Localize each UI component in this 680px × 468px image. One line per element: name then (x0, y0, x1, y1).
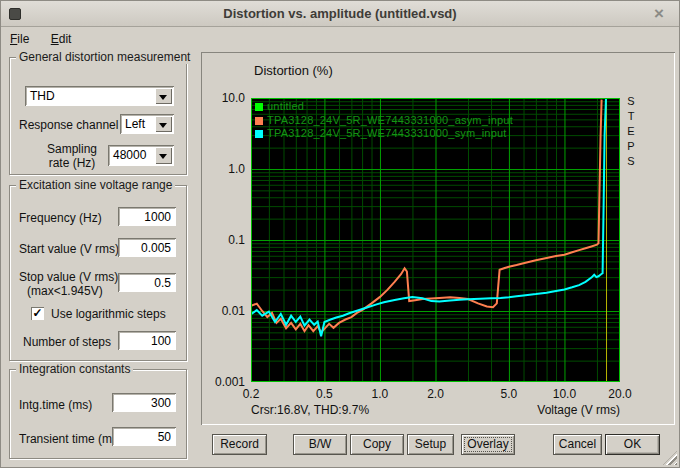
dialog-window: Distortion vs. amplitude (untitled.vsd) … (0, 0, 680, 468)
legend-item: TPA3128_24V_5R_WE7443331000_sym_input (255, 127, 513, 141)
distortion-plot[interactable] (251, 98, 620, 382)
window-title: Distortion vs. amplitude (untitled.vsd) (1, 6, 679, 21)
response-channel-select[interactable]: Left (120, 114, 174, 134)
dropdown-button[interactable] (155, 147, 172, 164)
x-axis-label: Voltage (V rms) (490, 403, 620, 417)
group-excitation-legend: Excitation sine voltage range (16, 178, 175, 192)
group-general-legend: General distortion measurement (16, 50, 193, 64)
chevron-down-icon (159, 123, 167, 132)
intg-time-label: Intg.time (ms) (19, 398, 92, 412)
number-of-steps-input[interactable] (118, 331, 176, 350)
frequency-input[interactable] (118, 207, 176, 226)
y-tick-label: 0.1 (205, 233, 245, 247)
chart-legend: untitledTPA3128_24V_5R_WE7443331000_asym… (255, 100, 513, 141)
measurement-type-value: THD (30, 89, 55, 103)
y-tick-label: 0.01 (205, 304, 245, 318)
stop-value-sublabel: (max<1.945V) (27, 284, 103, 298)
frequency-label: Frequency (Hz) (19, 211, 102, 225)
copy-button[interactable]: Copy (350, 434, 404, 455)
x-tick-label: 10.0 (542, 387, 586, 401)
menu-file[interactable]: File (1, 27, 38, 46)
setup-button[interactable]: Setup (407, 434, 454, 455)
record-button[interactable]: Record (212, 434, 267, 455)
legend-label: TPA3128_24V_5R_WE7443331000_asym_input (267, 114, 513, 126)
response-channel-value: Left (125, 117, 145, 131)
group-integration-constants: Integration constants Intg.time (ms) Tra… (9, 369, 187, 459)
resize-grip[interactable] (663, 451, 677, 465)
number-of-steps-label: Number of steps (23, 335, 111, 349)
chart-panel: Distortion (%) 10.01.00.10.010.001 0.20.… (201, 52, 675, 425)
legend-label: untitled (267, 100, 304, 112)
stop-value-label: Stop value (V rms) (19, 270, 118, 284)
legend-item: untitled (255, 100, 513, 114)
start-value-label: Start value (V rms) (19, 242, 119, 256)
overlay-button[interactable]: Overlay (461, 434, 515, 455)
dropdown-button[interactable] (155, 116, 172, 132)
group-excitation-range: Excitation sine voltage range Frequency … (9, 185, 187, 361)
sampling-rate-select[interactable]: 48000 (108, 145, 174, 166)
chevron-down-icon (159, 95, 167, 104)
x-tick-label: 2.0 (414, 387, 458, 401)
group-integration-legend: Integration constants (16, 362, 133, 376)
measurement-type-select[interactable]: THD (25, 86, 174, 106)
cursor-readout: Crsr:16.8V, THD:9.7% (251, 403, 369, 417)
legend-swatch-icon (255, 130, 263, 138)
legend-swatch-icon (255, 103, 263, 111)
title-bar[interactable]: Distortion vs. amplitude (untitled.vsd) … (1, 1, 679, 27)
use-log-steps-label: Use logarithmic steps (51, 307, 166, 321)
y-tick-label: 1.0 (205, 162, 245, 176)
x-tick-label: 1.0 (358, 387, 402, 401)
x-tick-label: 0.2 (229, 387, 273, 401)
group-general-distortion: General distortion measurement THD Respo… (9, 57, 187, 175)
close-icon[interactable]: × (649, 4, 669, 24)
x-tick-label: 5.0 (487, 387, 531, 401)
response-channel-label: Response channel (19, 118, 118, 132)
intg-time-input[interactable] (112, 393, 176, 412)
transient-time-label: Transient time (ms) (19, 432, 122, 446)
ok-button[interactable]: OK (605, 434, 660, 455)
stop-value-input[interactable] (118, 273, 176, 292)
sampling-rate-value: 48000 (113, 148, 146, 162)
start-value-input[interactable] (118, 238, 176, 257)
legend-swatch-icon (255, 117, 263, 125)
x-tick-label: 20.0 (598, 387, 642, 401)
steps-side-label: STEPS (625, 95, 637, 170)
legend-item: TPA3128_24V_5R_WE7443331000_asym_input (255, 114, 513, 128)
bw-button[interactable]: B/W (293, 434, 347, 455)
cancel-button[interactable]: Cancel (553, 434, 602, 455)
dropdown-button[interactable] (155, 88, 172, 104)
x-tick-label: 0.5 (302, 387, 346, 401)
sampling-rate-label: Sampling rate (Hz) (38, 142, 106, 170)
transient-time-input[interactable] (112, 427, 176, 446)
menu-edit[interactable]: Edit (42, 27, 81, 46)
y-tick-label: 10.0 (205, 91, 245, 105)
chart-title: Distortion (%) (254, 63, 333, 78)
legend-label: TPA3128_24V_5R_WE7443331000_sym_input (267, 127, 507, 139)
chevron-down-icon (159, 154, 167, 163)
use-log-steps-checkbox[interactable]: ✓ (31, 307, 44, 320)
